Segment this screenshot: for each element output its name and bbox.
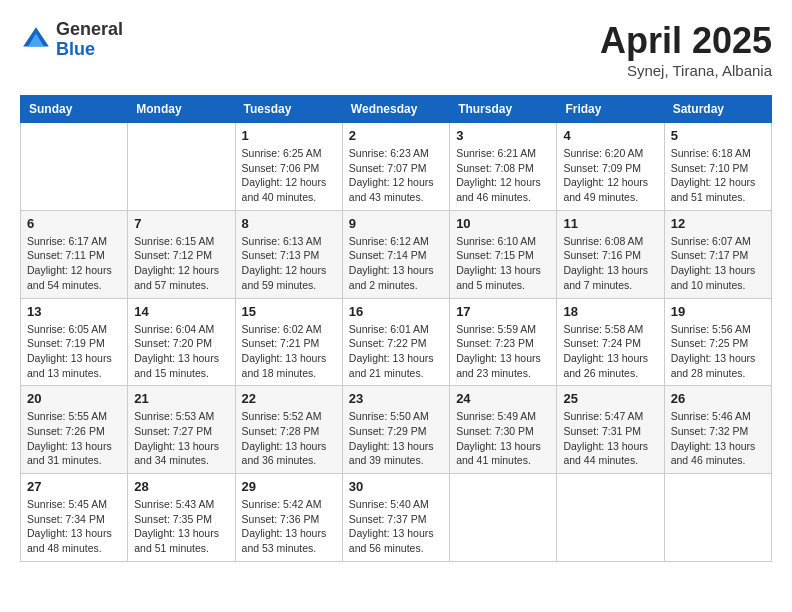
calendar-week-5: 27Sunrise: 5:45 AMSunset: 7:34 PMDayligh… — [21, 474, 772, 562]
day-info: Sunrise: 5:52 AMSunset: 7:28 PMDaylight:… — [242, 409, 336, 468]
calendar-cell: 9Sunrise: 6:12 AMSunset: 7:14 PMDaylight… — [342, 210, 449, 298]
calendar-cell — [664, 474, 771, 562]
day-info: Sunrise: 6:05 AMSunset: 7:19 PMDaylight:… — [27, 322, 121, 381]
calendar-cell: 20Sunrise: 5:55 AMSunset: 7:26 PMDayligh… — [21, 386, 128, 474]
calendar-cell: 2Sunrise: 6:23 AMSunset: 7:07 PMDaylight… — [342, 123, 449, 211]
day-number: 19 — [671, 304, 765, 319]
day-number: 21 — [134, 391, 228, 406]
day-number: 8 — [242, 216, 336, 231]
day-info: Sunrise: 5:46 AMSunset: 7:32 PMDaylight:… — [671, 409, 765, 468]
calendar-cell: 29Sunrise: 5:42 AMSunset: 7:36 PMDayligh… — [235, 474, 342, 562]
day-info: Sunrise: 6:13 AMSunset: 7:13 PMDaylight:… — [242, 234, 336, 293]
calendar-cell: 23Sunrise: 5:50 AMSunset: 7:29 PMDayligh… — [342, 386, 449, 474]
calendar-cell: 21Sunrise: 5:53 AMSunset: 7:27 PMDayligh… — [128, 386, 235, 474]
day-info: Sunrise: 5:45 AMSunset: 7:34 PMDaylight:… — [27, 497, 121, 556]
day-info: Sunrise: 6:02 AMSunset: 7:21 PMDaylight:… — [242, 322, 336, 381]
day-info: Sunrise: 6:12 AMSunset: 7:14 PMDaylight:… — [349, 234, 443, 293]
calendar-cell: 16Sunrise: 6:01 AMSunset: 7:22 PMDayligh… — [342, 298, 449, 386]
day-number: 1 — [242, 128, 336, 143]
day-number: 14 — [134, 304, 228, 319]
calendar-table: SundayMondayTuesdayWednesdayThursdayFrid… — [20, 95, 772, 562]
calendar-cell: 27Sunrise: 5:45 AMSunset: 7:34 PMDayligh… — [21, 474, 128, 562]
page-header: General Blue April 2025 Synej, Tirana, A… — [20, 20, 772, 79]
day-info: Sunrise: 6:25 AMSunset: 7:06 PMDaylight:… — [242, 146, 336, 205]
day-info: Sunrise: 5:47 AMSunset: 7:31 PMDaylight:… — [563, 409, 657, 468]
day-number: 28 — [134, 479, 228, 494]
day-info: Sunrise: 5:56 AMSunset: 7:25 PMDaylight:… — [671, 322, 765, 381]
day-number: 22 — [242, 391, 336, 406]
day-number: 13 — [27, 304, 121, 319]
day-info: Sunrise: 6:17 AMSunset: 7:11 PMDaylight:… — [27, 234, 121, 293]
day-info: Sunrise: 6:01 AMSunset: 7:22 PMDaylight:… — [349, 322, 443, 381]
day-info: Sunrise: 5:59 AMSunset: 7:23 PMDaylight:… — [456, 322, 550, 381]
month-title: April 2025 — [600, 20, 772, 62]
day-number: 7 — [134, 216, 228, 231]
day-info: Sunrise: 6:15 AMSunset: 7:12 PMDaylight:… — [134, 234, 228, 293]
day-info: Sunrise: 5:40 AMSunset: 7:37 PMDaylight:… — [349, 497, 443, 556]
day-number: 10 — [456, 216, 550, 231]
calendar-cell: 10Sunrise: 6:10 AMSunset: 7:15 PMDayligh… — [450, 210, 557, 298]
day-number: 16 — [349, 304, 443, 319]
calendar-cell: 1Sunrise: 6:25 AMSunset: 7:06 PMDaylight… — [235, 123, 342, 211]
logo-blue: Blue — [56, 40, 123, 60]
calendar-cell: 26Sunrise: 5:46 AMSunset: 7:32 PMDayligh… — [664, 386, 771, 474]
day-info: Sunrise: 6:10 AMSunset: 7:15 PMDaylight:… — [456, 234, 550, 293]
day-number: 4 — [563, 128, 657, 143]
day-info: Sunrise: 5:42 AMSunset: 7:36 PMDaylight:… — [242, 497, 336, 556]
logo-text: General Blue — [56, 20, 123, 60]
calendar-cell: 11Sunrise: 6:08 AMSunset: 7:16 PMDayligh… — [557, 210, 664, 298]
day-number: 3 — [456, 128, 550, 143]
header-wednesday: Wednesday — [342, 96, 449, 123]
day-info: Sunrise: 6:20 AMSunset: 7:09 PMDaylight:… — [563, 146, 657, 205]
calendar-week-1: 1Sunrise: 6:25 AMSunset: 7:06 PMDaylight… — [21, 123, 772, 211]
day-number: 11 — [563, 216, 657, 231]
day-number: 25 — [563, 391, 657, 406]
calendar-cell: 8Sunrise: 6:13 AMSunset: 7:13 PMDaylight… — [235, 210, 342, 298]
header-row: SundayMondayTuesdayWednesdayThursdayFrid… — [21, 96, 772, 123]
header-tuesday: Tuesday — [235, 96, 342, 123]
day-info: Sunrise: 6:18 AMSunset: 7:10 PMDaylight:… — [671, 146, 765, 205]
day-info: Sunrise: 6:08 AMSunset: 7:16 PMDaylight:… — [563, 234, 657, 293]
calendar-cell: 6Sunrise: 6:17 AMSunset: 7:11 PMDaylight… — [21, 210, 128, 298]
calendar-cell: 13Sunrise: 6:05 AMSunset: 7:19 PMDayligh… — [21, 298, 128, 386]
header-sunday: Sunday — [21, 96, 128, 123]
calendar-cell: 14Sunrise: 6:04 AMSunset: 7:20 PMDayligh… — [128, 298, 235, 386]
calendar-cell: 4Sunrise: 6:20 AMSunset: 7:09 PMDaylight… — [557, 123, 664, 211]
day-info: Sunrise: 5:43 AMSunset: 7:35 PMDaylight:… — [134, 497, 228, 556]
day-number: 9 — [349, 216, 443, 231]
calendar-cell: 12Sunrise: 6:07 AMSunset: 7:17 PMDayligh… — [664, 210, 771, 298]
day-number: 2 — [349, 128, 443, 143]
day-info: Sunrise: 6:07 AMSunset: 7:17 PMDaylight:… — [671, 234, 765, 293]
day-number: 12 — [671, 216, 765, 231]
calendar-header: SundayMondayTuesdayWednesdayThursdayFrid… — [21, 96, 772, 123]
location-subtitle: Synej, Tirana, Albania — [600, 62, 772, 79]
calendar-week-4: 20Sunrise: 5:55 AMSunset: 7:26 PMDayligh… — [21, 386, 772, 474]
header-thursday: Thursday — [450, 96, 557, 123]
calendar-cell: 7Sunrise: 6:15 AMSunset: 7:12 PMDaylight… — [128, 210, 235, 298]
calendar-cell — [450, 474, 557, 562]
calendar-week-3: 13Sunrise: 6:05 AMSunset: 7:19 PMDayligh… — [21, 298, 772, 386]
day-number: 26 — [671, 391, 765, 406]
calendar-cell: 3Sunrise: 6:21 AMSunset: 7:08 PMDaylight… — [450, 123, 557, 211]
day-number: 29 — [242, 479, 336, 494]
title-area: April 2025 Synej, Tirana, Albania — [600, 20, 772, 79]
calendar-cell — [21, 123, 128, 211]
day-number: 30 — [349, 479, 443, 494]
day-info: Sunrise: 6:04 AMSunset: 7:20 PMDaylight:… — [134, 322, 228, 381]
header-monday: Monday — [128, 96, 235, 123]
calendar-week-2: 6Sunrise: 6:17 AMSunset: 7:11 PMDaylight… — [21, 210, 772, 298]
day-info: Sunrise: 5:53 AMSunset: 7:27 PMDaylight:… — [134, 409, 228, 468]
calendar-cell: 24Sunrise: 5:49 AMSunset: 7:30 PMDayligh… — [450, 386, 557, 474]
calendar-body: 1Sunrise: 6:25 AMSunset: 7:06 PMDaylight… — [21, 123, 772, 562]
calendar-cell: 15Sunrise: 6:02 AMSunset: 7:21 PMDayligh… — [235, 298, 342, 386]
day-number: 20 — [27, 391, 121, 406]
calendar-cell: 28Sunrise: 5:43 AMSunset: 7:35 PMDayligh… — [128, 474, 235, 562]
day-info: Sunrise: 5:49 AMSunset: 7:30 PMDaylight:… — [456, 409, 550, 468]
calendar-cell: 19Sunrise: 5:56 AMSunset: 7:25 PMDayligh… — [664, 298, 771, 386]
day-number: 23 — [349, 391, 443, 406]
day-info: Sunrise: 5:50 AMSunset: 7:29 PMDaylight:… — [349, 409, 443, 468]
calendar-cell: 25Sunrise: 5:47 AMSunset: 7:31 PMDayligh… — [557, 386, 664, 474]
day-number: 6 — [27, 216, 121, 231]
day-number: 18 — [563, 304, 657, 319]
calendar-cell: 22Sunrise: 5:52 AMSunset: 7:28 PMDayligh… — [235, 386, 342, 474]
